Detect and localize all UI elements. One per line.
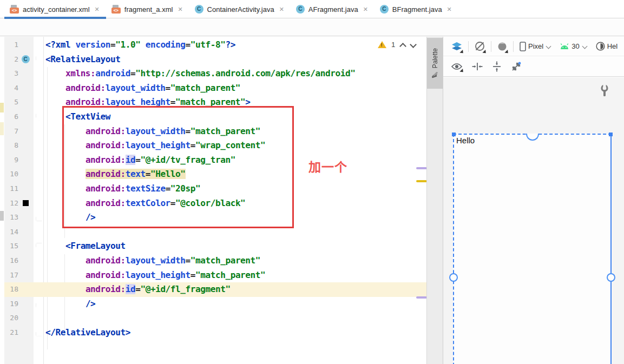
- code-text: <FrameLayout: [45, 239, 126, 254]
- close-icon[interactable]: ✕: [363, 6, 368, 13]
- gutter-change-mark: [0, 211, 4, 221]
- resize-handle-icon[interactable]: [452, 133, 456, 136]
- api-version-selector[interactable]: 30: [558, 41, 588, 52]
- tab-label: AFragment.java: [308, 5, 358, 14]
- fold-close-icon[interactable]: [36, 329, 42, 336]
- orientation-button[interactable]: [473, 39, 487, 53]
- palette-tab[interactable]: Palette: [427, 38, 443, 89]
- palette-tab-label: Palette: [431, 48, 439, 68]
- design-surface-icon: [451, 42, 462, 51]
- tab-label: fragment_a.xml: [124, 5, 173, 14]
- fold-open-icon[interactable]: [36, 243, 42, 250]
- device-label: Pixel: [528, 42, 543, 50]
- tab-activity_container.xml[interactable]: <>activity_container.xml✕: [4, 0, 106, 18]
- tab-fragment_a.xml[interactable]: <>fragment_a.xml✕: [106, 0, 189, 18]
- palette-icon: [432, 72, 438, 78]
- code-text: android:layout_height="match_parent": [45, 268, 265, 283]
- device-frame[interactable]: Hello: [453, 134, 612, 364]
- view-options-eye-icon: [451, 63, 462, 70]
- inspections-widget[interactable]: 1: [378, 41, 416, 49]
- navigation-bar: [0, 19, 624, 36]
- distribute-vertical-button[interactable]: [491, 59, 503, 74]
- view-options-button[interactable]: [450, 61, 464, 72]
- theme-selector[interactable]: Hel: [594, 40, 620, 52]
- warning-count: 1: [391, 41, 395, 49]
- editor-left-edge: [0, 37, 4, 364]
- theme-label: Hel: [607, 42, 618, 50]
- class-gutter-icon[interactable]: C: [22, 55, 30, 63]
- code-line[interactable]: 4 android:layout_width="match_parent": [0, 81, 426, 96]
- chevron-up-icon[interactable]: [400, 42, 405, 48]
- code-line[interactable]: 1<?xml version="1.0" encoding="utf-8"?>: [0, 38, 426, 52]
- toolbar-separator: [468, 41, 469, 52]
- anchor-handle-left[interactable]: [449, 273, 458, 282]
- wrench-icon[interactable]: [600, 85, 609, 97]
- code-line[interactable]: 3 xmlns:android="http://schemas.android.…: [0, 67, 426, 81]
- fold-open-icon[interactable]: [36, 56, 42, 63]
- align-horizontal-icon: [472, 62, 483, 71]
- preview-textview[interactable]: Hello: [456, 136, 475, 145]
- close-icon[interactable]: ✕: [279, 6, 284, 13]
- device-phone-icon: [520, 42, 526, 51]
- error-stripe-mark[interactable]: [416, 180, 426, 182]
- tab-label: ContainerActivity.java: [207, 5, 274, 14]
- chevron-down-icon: [583, 44, 587, 49]
- close-icon[interactable]: ✕: [447, 6, 452, 13]
- design-surface-button[interactable]: [450, 40, 464, 53]
- layout-preview-pane: Pixel 30: [443, 37, 624, 364]
- anchor-handle-top[interactable]: [526, 134, 539, 141]
- code-line[interactable]: 19 />: [0, 297, 426, 312]
- error-stripe-mark[interactable]: [416, 296, 426, 299]
- tab-label: activity_container.xml: [23, 5, 90, 14]
- tab-ContainerActivity.java[interactable]: CContainerActivity.java✕: [189, 0, 291, 18]
- annotation-box: [62, 106, 294, 228]
- code-line[interactable]: 18 android:id="@+id/fl_fragment": [0, 282, 426, 297]
- toolbar-separator: [491, 41, 491, 52]
- code-line[interactable]: 21</RelativeLayout>: [0, 326, 426, 340]
- gutter-change-mark: [0, 103, 4, 112]
- design-canvas[interactable]: Hello: [443, 77, 624, 364]
- distribute-vertical-icon: [492, 61, 501, 72]
- code-text: android:layout_width="match_parent": [45, 254, 260, 268]
- align-horizontal-button[interactable]: [470, 61, 484, 72]
- magnet-off-icon: [511, 61, 522, 72]
- code-text: xmlns:android="http://schemas.android.co…: [45, 67, 355, 81]
- code-text: android:id="@+id/fl_fragment": [45, 282, 231, 297]
- code-line[interactable]: 16 android:layout_width="match_parent": [0, 254, 426, 268]
- java-class-icon: C: [195, 5, 203, 14]
- fold-open-icon[interactable]: [36, 114, 42, 120]
- android-studio-window: <>activity_container.xml✕<>fragment_a.xm…: [0, 0, 624, 364]
- toolbar-separator: [513, 41, 514, 52]
- color-swatch-icon[interactable]: [23, 200, 29, 206]
- gutter-change-mark: [0, 122, 4, 135]
- code-editor[interactable]: 1<?xml version="1.0" encoding="utf-8"?>2…: [0, 37, 426, 364]
- error-stripe-mark[interactable]: [416, 167, 426, 169]
- java-class-icon: C: [380, 5, 389, 14]
- code-text: <?xml version="1.0" encoding="utf-8"?>: [45, 38, 235, 52]
- preview-toolbar-top: Pixel 30: [443, 37, 624, 56]
- code-line[interactable]: 2C<RelativeLayout: [0, 52, 426, 67]
- resize-handle-icon[interactable]: [609, 133, 613, 136]
- close-icon[interactable]: ✕: [95, 6, 100, 13]
- palette-tool-strip: Palette: [426, 37, 443, 364]
- tab-BFragment.java[interactable]: CBFragment.java✕: [375, 0, 458, 18]
- code-line[interactable]: 17 android:layout_height="match_parent": [0, 268, 426, 283]
- code-text: </RelativeLayout>: [45, 326, 130, 340]
- theme-icon: [596, 42, 605, 51]
- tab-AFragment.java[interactable]: CAFragment.java✕: [291, 0, 375, 18]
- code-line[interactable]: 20: [0, 311, 426, 326]
- close-icon[interactable]: ✕: [178, 6, 182, 13]
- night-mode-button[interactable]: [496, 40, 509, 53]
- autoconnect-toggle[interactable]: [509, 59, 523, 74]
- android-api-icon: [560, 43, 569, 50]
- code-text: />: [45, 297, 95, 312]
- fold-close-icon[interactable]: [36, 214, 42, 221]
- anchor-handle-right[interactable]: [607, 273, 615, 282]
- xml-file-icon: <>: [10, 5, 19, 14]
- fold-close-icon[interactable]: [36, 301, 42, 307]
- api-level-label: 30: [572, 42, 579, 50]
- device-selector[interactable]: Pixel: [518, 40, 553, 53]
- chevron-down-icon[interactable]: [410, 42, 416, 48]
- code-line[interactable]: 15 <FrameLayout: [0, 239, 426, 254]
- xml-file-icon: <>: [111, 5, 121, 14]
